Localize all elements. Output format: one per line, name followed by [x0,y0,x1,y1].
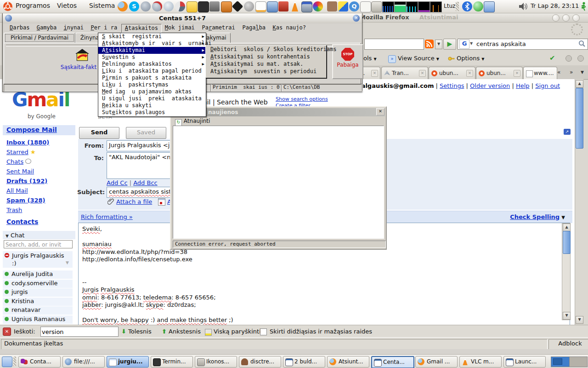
document-icon[interactable] [360,1,371,12]
findbar-close-icon[interactable]: ✕ [3,328,11,336]
globe-db-icon[interactable] [141,1,151,12]
menu-item[interactable]: S skait registrai▶ [98,33,206,40]
options-menu[interactable]: Options ▼ [457,55,484,62]
taskbar-button-gmail[interactable]: Gmail ... [415,356,458,368]
editor-scrollbar[interactable]: ▲ ▼ [562,223,571,320]
compose-mail-row[interactable]: Compose Mail [3,125,75,135]
engine-dropdown-icon[interactable]: ▼ [470,41,473,46]
menu-item[interactable]: Atsiskaitymai▶ [98,47,206,54]
centas-tab-1[interactable]: Pirkimai / Pardavimai [4,33,75,43]
find-prev-button[interactable]: ⬆ Ankstesnis [162,328,201,335]
tab-close-icon[interactable]: ✕ [371,70,378,77]
sidebar-link-spam-328-[interactable]: Spam (328) [6,197,75,204]
ubuntu-logo-icon[interactable] [3,1,13,13]
browser-tab[interactable]: Tran...✕ [381,67,428,79]
sidebar-link-all-mail[interactable]: All Mail [6,187,75,194]
taskbar-button-file[interactable]: file:///... [62,356,105,368]
firefox-icon[interactable] [118,1,128,12]
centas-menu-inynai[interactable]: inynai [61,24,87,32]
menu-item[interactable]: Atskaitomyb s ir vair s urnalai▶ [98,40,206,47]
centas-menu-kas-naujo-[interactable]: Kas naujo? [270,24,309,32]
person-icon[interactable] [327,1,337,12]
browser-tab[interactable]: ubun...✕ [476,67,523,79]
taskbar-button-disctre[interactable]: disctre... [239,356,281,368]
tab-close-icon[interactable]: ✕ [514,70,520,77]
menu-item[interactable]: Liku i ataskaita pagal period [98,68,206,75]
location-bar[interactable] [364,39,424,50]
gimp-icon[interactable] [244,1,254,12]
all-tabs-dropdown-icon[interactable]: ▼ [581,70,584,75]
rich-formatting-link[interactable]: Rich formatting » [81,213,133,220]
tab-close-icon[interactable]: ✕ [419,70,426,77]
scroll-up-icon[interactable]: ▲ [563,224,571,231]
tab-scroll-right-icon[interactable]: » [570,69,573,75]
globe-red-icon[interactable] [152,1,162,12]
chat-contact[interactable]: renatavar [3,306,73,315]
taskbar-button-centa[interactable]: Centa... [371,356,414,368]
menu-item[interactable]: Pirmin s pakuot s ataskaita [98,75,206,81]
chat-contact[interactable]: Ugnius Ramanaus [3,316,73,324]
find-next-button[interactable]: ⬇ Tolesnis [121,328,152,335]
search-magnifier-icon[interactable] [578,40,586,49]
centas-titlebar[interactable]: Centas 551+7 ✕ [3,13,362,24]
match-case-checkbox[interactable] [260,328,267,335]
bluetooth-icon[interactable] [462,1,472,12]
dual-display-icon[interactable] [267,1,278,12]
net-cyan-monitor[interactable] [406,1,418,12]
show-desktop-button[interactable] [2,356,12,367]
adblock-status[interactable]: Adblock [548,339,588,350]
scroll-down-icon[interactable]: ▼ [576,316,583,324]
chat-contact[interactable]: Aurelija Judita [3,270,73,279]
volume-icon[interactable] [518,2,528,12]
sidebar-link-chats[interactable]: Chats [6,158,75,165]
chat-status-dropdown-icon[interactable]: ▼ [66,260,69,265]
highlight-all-icon[interactable] [205,329,212,336]
check-spelling-wrap[interactable]: Check Spelling ▼ [510,213,565,220]
workspace-1[interactable] [551,357,570,367]
submenu-item[interactable]: Debitori skolos / Skolos kreditoriams [206,46,326,53]
header-link-help[interactable]: Help [516,82,530,89]
chat-contact[interactable]: cody.somerville [3,280,73,288]
header-link-older-version[interactable]: Older version [470,82,510,89]
chat-me-row[interactable]: Jurgis Pralgauskis :) ▼ [3,251,73,268]
send-button[interactable]: Send [79,127,119,139]
scrollbar-thumb[interactable] [576,88,583,149]
applet-grip[interactable] [456,2,459,11]
workspace-switcher[interactable] [551,356,588,367]
taskbar-button-launc[interactable]: Launc... [503,356,546,368]
notes-editor-icon[interactable] [255,1,266,12]
text-editor-icon[interactable] [187,1,198,12]
chat-collapse-icon[interactable]: ▼ [6,234,9,238]
saved-button[interactable]: Saved [126,127,166,139]
header-link-settings[interactable]: Settings [440,82,464,89]
browser-tab[interactable]: www.... [523,67,557,79]
taskbar-button-termin[interactable]: Termin... [151,356,193,368]
match-case-label[interactable]: Skirti didžiąsias ir mažąsias raides [270,328,372,335]
search-query[interactable]: centras apskaita [476,40,526,47]
skype-icon[interactable]: S [129,1,139,12]
chat-me-status[interactable]: :) [12,260,16,267]
taskbar-button-ikonos[interactable]: Ikonos... [195,356,237,368]
highlight-all-button[interactable]: Viską paryškinti [214,328,261,335]
centas-menu-mok-jimai[interactable]: Mok jimai [162,24,198,32]
panel-menu-vietos[interactable]: Vietos [57,2,77,9]
maximize-button[interactable] [562,14,570,22]
add-bcc-link[interactable]: Add Bcc [133,179,158,186]
sidebar-link-starred[interactable]: Starred ★ [6,149,75,155]
attach-file-link[interactable]: Attach a file [116,198,152,205]
cpu-blue-monitor[interactable] [382,1,394,12]
submenu-item[interactable]: Atsiskaitymai su mat. atsak. [206,60,326,68]
swap-purple-monitor[interactable] [418,1,430,12]
screenshot-camera-icon[interactable] [209,1,220,12]
sidebar-link-trash[interactable]: Trash [6,207,75,213]
sidebar-link-drafts-192-[interactable]: Drafts (192) [6,178,75,184]
disk-orange-monitor[interactable] [430,1,442,12]
menu-item[interactable]: Liku i paskirstymas [98,81,206,88]
clock[interactable]: Tr Lap 28, 23:11 [531,2,579,9]
scrollbar-thumb[interactable] [563,231,571,254]
sidebar-link-inbox-1880-[interactable]: Inbox (1880) [6,139,75,146]
minimize-button[interactable] [552,14,560,22]
centas-menu-per-i-ra[interactable]: Per i ra [87,24,120,32]
mem-green-monitor[interactable] [394,1,406,12]
centas-menu-gamyba[interactable]: Gamyba [34,24,60,32]
